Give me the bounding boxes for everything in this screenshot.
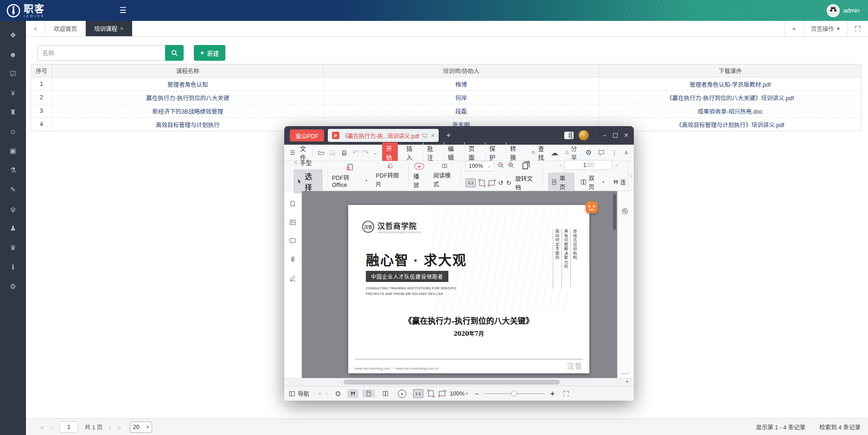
courseware-link[interactable]: 《赢在执行力-执行到位的八大关键》培训讲义.pdf xyxy=(599,91,862,104)
sidebar-item-tasks-icon[interactable]: ☑ xyxy=(8,70,18,78)
courseware-link[interactable]: 《高效目标管理与计划执行》培训讲义.pdf xyxy=(599,118,862,131)
file-menu-icon[interactable]: ☰ xyxy=(290,149,295,156)
sidebar-item-training-icon[interactable]: ✎ xyxy=(8,186,18,194)
save-icon[interactable] xyxy=(329,149,336,156)
new-course-button[interactable]: + 新建 xyxy=(194,45,225,61)
ribbon-tab-start[interactable]: 开始 xyxy=(382,142,398,163)
course-name[interactable]: 高效目标管理与计划执行 xyxy=(52,118,323,131)
prev-page-icon[interactable]: ‹ xyxy=(326,390,327,397)
zoom-slider-knob[interactable] xyxy=(511,390,517,397)
ribbon-tab-annotate[interactable]: 批注 xyxy=(423,142,439,163)
pdf-to-office-button[interactable]: PDF转Office ▾ xyxy=(328,163,372,188)
sidebar-item-dashboard-icon[interactable]: ❖ xyxy=(8,31,18,39)
next-page-icon[interactable]: › xyxy=(615,161,618,169)
sidebar-item-profile-icon[interactable]: ♟ xyxy=(8,224,18,232)
page-number-box[interactable]: 1 /20 xyxy=(564,160,613,170)
fullscreen-icon[interactable] xyxy=(563,391,569,397)
play-button[interactable]: ▸ xyxy=(398,390,406,398)
prev-page-icon[interactable]: ‹ xyxy=(51,423,53,431)
search-button[interactable] xyxy=(165,45,184,61)
settings-gear-icon[interactable]: ⚙ xyxy=(586,148,592,157)
horizontal-scrollbar[interactable]: ▾ xyxy=(284,378,634,386)
open-folder-icon[interactable] xyxy=(318,149,325,156)
pdf-user-avatar[interactable] xyxy=(579,130,589,141)
fit-page-button[interactable] xyxy=(428,390,434,397)
navigation-toggle[interactable]: 导航 xyxy=(289,389,309,398)
toolbar-more-icon[interactable]: ⌄ xyxy=(373,150,377,156)
pdf-canvas[interactable]: 汉哲 汉哲商学院 HANZHE BUSINESS SCHOOL 咨询式培训机构 … xyxy=(302,191,617,378)
undo-icon[interactable]: ↶ xyxy=(352,148,358,157)
minimize-icon[interactable]: − xyxy=(602,132,606,139)
page-size-select[interactable]: 20 ▾ xyxy=(130,422,152,433)
double-page-mode[interactable]: 双页 ▾ xyxy=(577,173,608,192)
assistant-robot-button[interactable] xyxy=(586,201,598,213)
next-page-icon[interactable]: › xyxy=(108,423,111,431)
cloud-sync-icon[interactable]: ☁ xyxy=(551,148,558,157)
rotate-cw-icon[interactable]: ↻ xyxy=(506,179,512,186)
sidebar-item-recruit-icon[interactable]: ⚗ xyxy=(8,166,18,174)
zoom-in-button[interactable] xyxy=(507,161,515,170)
sidebar-item-briefcase-icon[interactable]: ▣ xyxy=(8,147,18,155)
signature-icon[interactable] xyxy=(289,275,296,281)
rotate-doc-label[interactable]: 旋转文档 xyxy=(515,174,538,192)
close-window-icon[interactable]: × xyxy=(624,132,628,139)
last-page-icon[interactable]: » xyxy=(117,423,121,431)
single-page-mode[interactable]: 单页 xyxy=(548,173,574,192)
monitor-icon[interactable] xyxy=(422,133,428,139)
read-mode-button[interactable]: 阅读模式 xyxy=(429,163,460,188)
first-page-icon[interactable]: « xyxy=(40,423,44,431)
new-tab-icon[interactable]: + xyxy=(446,131,451,140)
fullscreen-toggle[interactable] xyxy=(847,21,868,36)
feedback-comment-icon[interactable] xyxy=(598,149,605,156)
image-panel-icon[interactable] xyxy=(289,219,296,226)
collapse-ribbon-icon[interactable]: ∧ xyxy=(624,149,628,156)
first-page-icon[interactable]: « xyxy=(318,390,321,397)
tabs-scroll-left-icon[interactable]: « xyxy=(26,21,45,36)
sidebar-item-salary-icon[interactable]: ¥ xyxy=(8,89,18,97)
play-slideshow-button[interactable]: ▸ 播放 xyxy=(409,163,429,188)
zoom-level-select[interactable]: 100% ⌄ xyxy=(466,161,494,171)
zoom-slider[interactable] xyxy=(485,393,544,394)
more-options-icon[interactable]: ⋮ xyxy=(611,149,618,156)
share-button[interactable]: 分享 xyxy=(565,144,579,161)
redo-icon[interactable]: ↷ xyxy=(363,148,369,157)
tab-welcome[interactable]: 欢迎首页 xyxy=(45,21,86,36)
auto-scroll-icon[interactable]: ʘ xyxy=(336,390,341,397)
fit-page-button[interactable] xyxy=(479,179,485,187)
hamburger-menu-icon[interactable]: ☰ xyxy=(120,6,127,15)
kingsoft-pdf-app-button[interactable]: 金山PDF xyxy=(290,129,324,141)
sidebar-item-awards-icon[interactable]: ♛ xyxy=(8,243,18,252)
name-search-input[interactable] xyxy=(37,45,165,61)
continuous-layout-button[interactable]: Ħ xyxy=(347,389,358,398)
sidebar-item-info-icon[interactable]: ℹ xyxy=(8,263,18,271)
double-page-button[interactable] xyxy=(379,390,392,397)
course-name[interactable]: 赢在执行力-执行到位的八大关键 xyxy=(52,91,323,104)
fit-width-button[interactable] xyxy=(488,179,496,186)
course-name[interactable]: 管理者角色认知 xyxy=(52,77,323,91)
find-button[interactable]: 查找 xyxy=(531,144,546,161)
zoom-in-icon[interactable]: + xyxy=(550,390,555,398)
tabs-scroll-right-icon[interactable]: » xyxy=(785,21,803,36)
pdf-page[interactable]: 汉哲 汉哲商学院 HANZHE BUSINESS SCHOOL 咨询式培训机构 … xyxy=(348,205,589,373)
tab-operations-dropdown[interactable]: 页签操作 ▾ xyxy=(803,21,847,36)
attachment-icon[interactable] xyxy=(289,256,296,263)
print-icon[interactable] xyxy=(341,149,348,156)
zoom-out-button[interactable] xyxy=(497,161,504,170)
bookmark-icon[interactable] xyxy=(289,200,296,207)
more-tools-icon[interactable]: ••• xyxy=(618,371,634,376)
maximize-icon[interactable] xyxy=(613,133,618,138)
user-avatar[interactable] xyxy=(827,4,840,17)
zoom-level-select[interactable]: 100% ▾ xyxy=(450,390,468,397)
comments-panel-icon[interactable] xyxy=(289,237,296,244)
actual-size-button[interactable]: 1:1 xyxy=(466,179,476,187)
single-page-button[interactable] xyxy=(363,390,375,397)
pdf-document-tab[interactable]: P 《赢在执行力-执...培训讲义.pdf × xyxy=(328,129,439,142)
fit-width-button[interactable] xyxy=(438,390,446,397)
ribbon-scroll-more-icon[interactable]: › xyxy=(628,161,634,191)
sidebar-item-settings-icon[interactable]: ⚙ xyxy=(8,282,18,291)
sidebar-item-members-icon[interactable]: ☻ xyxy=(8,51,18,58)
table-row[interactable]: 2 赢在执行力-执行到位的八大关键 何岸 《赢在执行力-执行到位的八大关键》培训… xyxy=(31,91,862,104)
table-row[interactable]: 1 管理者角色认知 梅博 管理者角色认知-学员版教材.pdf xyxy=(31,77,862,91)
pdf-to-image-button[interactable]: PDF转图片 xyxy=(371,163,408,188)
course-name[interactable]: 新经济下的3B战略绩效管理 xyxy=(52,104,323,118)
